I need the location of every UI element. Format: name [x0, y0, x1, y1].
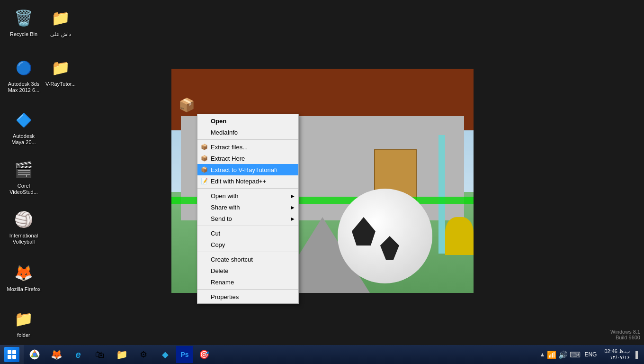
plants	[445, 217, 474, 255]
menu-properties-label: Properties	[211, 293, 239, 300]
taskbar-ie[interactable]: e	[67, 345, 89, 364]
menu-create-shortcut[interactable]: Create shortcut	[197, 254, 298, 265]
build-line1: Windows 8.1	[610, 329, 640, 335]
svg-point-2	[33, 353, 36, 356]
folder-desktop-icon: 📁	[12, 308, 35, 330]
firefox-desktop-icon: 🦊	[12, 262, 35, 284]
menu-extract-here-label: Extract Here	[211, 155, 245, 162]
menu-send-to[interactable]: Send to ▶	[197, 213, 298, 224]
winrar-icon-2: 📦	[199, 154, 209, 163]
desktop-icon-volleyball[interactable]: 🏐 International Volleyball	[5, 206, 43, 247]
start-cell-1	[8, 350, 11, 354]
menu-copy-label: Copy	[211, 241, 225, 248]
start-button-icon	[4, 347, 19, 362]
desktop: 🗑️ Recycle Bin 📁 داش علی 🔵 Autodesk 3ds …	[0, 0, 644, 364]
menu-properties[interactable]: Properties	[197, 291, 298, 302]
ball-patch-1	[352, 217, 376, 246]
clock-date: ۱۴/۰۷/۱۶	[604, 355, 630, 361]
vray-icon: 📁	[49, 56, 72, 79]
sep1	[197, 139, 298, 140]
language-indicator[interactable]: ENG	[582, 351, 599, 358]
show-desktop-icon[interactable]: ▌	[635, 351, 640, 358]
start-grid	[8, 350, 16, 359]
menu-rename[interactable]: Rename	[197, 276, 298, 288]
start-button[interactable]	[0, 345, 24, 364]
taskbar-folder[interactable]: 📁	[111, 345, 133, 364]
menu-create-shortcut-label: Create shortcut	[211, 256, 253, 263]
folder-label: folder	[17, 332, 30, 338]
menu-extract-to[interactable]: 📦 Extract to V-RayTutorial\	[197, 164, 298, 175]
maya-label: Autodesk Maya 20...	[7, 133, 41, 146]
volleyball-icon: 🏐	[12, 208, 35, 231]
sep3	[197, 226, 298, 226]
dash-ali-icon: 📁	[49, 7, 72, 29]
sep4	[197, 252, 298, 252]
menu-extract-to-label: Extract to V-RayTutorial\	[211, 166, 277, 173]
menu-extract-files-label: Extract files...	[211, 144, 248, 151]
corel-icon: 🎬	[12, 158, 35, 181]
menu-share-with-label: Share with	[211, 204, 240, 211]
arrow-icon-2: ▶	[291, 205, 295, 210]
notepad-icon: 📝	[199, 176, 209, 186]
taskbar-render[interactable]: 🎯	[193, 345, 215, 364]
taskbar-chrome[interactable]	[24, 345, 45, 364]
network-icon[interactable]: 📶	[547, 350, 556, 359]
winrar-icon-1: 📦	[199, 142, 209, 152]
context-menu: Open MediaInfo 📦 Extract files... 📦 Extr…	[197, 114, 299, 304]
menu-copy[interactable]: Copy	[197, 239, 298, 250]
taskbar-ps[interactable]: Ps	[176, 346, 193, 363]
3ds-label: Autodesk 3ds Max 2012 6...	[7, 81, 41, 93]
ball-patch-2	[380, 236, 399, 260]
menu-mediainfo[interactable]: MediaInfo	[197, 127, 298, 138]
menu-cut[interactable]: Cut	[197, 228, 298, 239]
pipe	[438, 135, 445, 254]
taskbar-arrow-up[interactable]: ▲	[540, 351, 546, 358]
recycle-bin-icon: 🗑️	[12, 7, 35, 29]
taskbar-firefox[interactable]: 🦊	[45, 345, 67, 364]
menu-edit-notepad-label: Edit with Notepad++	[211, 178, 266, 185]
recycle-bin-label: Recycle Bin	[10, 31, 37, 37]
volume-icon[interactable]: 🔊	[558, 350, 568, 359]
menu-open-with[interactable]: Open with ▶	[197, 190, 298, 201]
start-cell-3	[8, 355, 11, 359]
menu-extract-files[interactable]: 📦 Extract files...	[197, 141, 298, 153]
keyboard-icon[interactable]: ⌨	[570, 350, 581, 359]
build-line2: Build 9600	[610, 335, 640, 340]
menu-mediainfo-label: MediaInfo	[211, 129, 238, 136]
menu-delete[interactable]: Delete	[197, 265, 298, 276]
desktop-icon-maya[interactable]: 🔷 Autodesk Maya 20...	[5, 107, 43, 147]
menu-edit-notepad[interactable]: 📝 Edit with Notepad++	[197, 175, 298, 187]
menu-open[interactable]: Open	[197, 115, 298, 127]
taskbar: 🦊 e 🛍 📁 ⚙ ◆ Ps 🎯 ▲ 📶 🔊 ⌨ ENG 02:46 ب.ظ ۱…	[0, 345, 644, 364]
menu-open-with-label: Open with	[211, 192, 239, 200]
start-cell-2	[12, 350, 16, 354]
desktop-icon-folder[interactable]: 📁 folder	[5, 306, 43, 340]
desktop-icon-corel[interactable]: 🎬 Corel VideoStud...	[5, 156, 43, 197]
desktop-icon-firefox[interactable]: 🦊 Mozilla Firefox	[5, 260, 43, 294]
menu-delete-label: Delete	[211, 267, 229, 274]
volleyball-label: International Volleyball	[7, 233, 41, 245]
taskbar-clock[interactable]: 02:46 ب.ظ ۱۴/۰۷/۱۶	[600, 348, 634, 361]
sep2	[197, 188, 298, 189]
arrow-icon-3: ▶	[291, 216, 295, 221]
desktop-icon-3ds[interactable]: 🔵 Autodesk 3ds Max 2012 6...	[5, 55, 43, 95]
build-info: Windows 8.1 Build 9600	[610, 329, 640, 340]
menu-rename-label: Rename	[211, 279, 234, 286]
desktop-icon-vray[interactable]: 📁 V-RayTutor...	[42, 55, 80, 89]
menu-share-with[interactable]: Share with ▶	[197, 201, 298, 213]
taskbar-store[interactable]: 🛍	[89, 345, 111, 364]
arrow-icon-1: ▶	[291, 193, 295, 199]
desktop-icon-recycle-bin[interactable]: 🗑️ Recycle Bin	[5, 5, 43, 39]
menu-send-to-label: Send to	[211, 215, 232, 222]
sep5	[197, 289, 298, 290]
corel-label: Corel VideoStud...	[7, 183, 41, 195]
menu-extract-here[interactable]: 📦 Extract Here	[197, 153, 298, 164]
taskbar-right: ▲ 📶 🔊 ⌨ ENG 02:46 ب.ظ ۱۴/۰۷/۱۶ ▌	[540, 348, 644, 361]
start-cell-4	[12, 355, 16, 359]
winrar-scene-icon: 📦	[179, 97, 195, 113]
3ds-icon: 🔵	[12, 56, 35, 79]
desktop-icon-dash-ali[interactable]: 📁 داش علی	[42, 5, 80, 39]
taskbar-maya[interactable]: ◆	[154, 345, 176, 364]
firefox-label: Mozilla Firefox	[7, 286, 41, 292]
taskbar-3ds[interactable]: ⚙	[133, 345, 154, 364]
